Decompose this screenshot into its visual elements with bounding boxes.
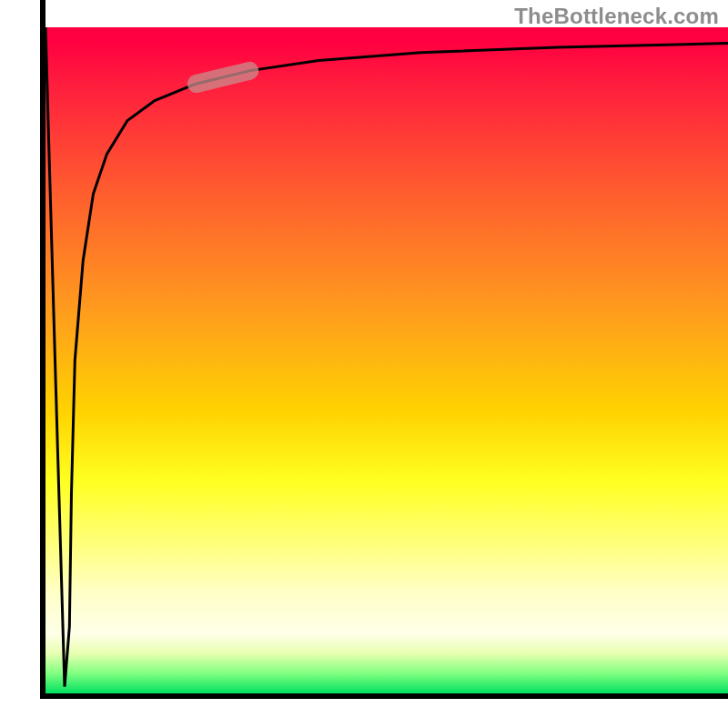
x-axis (40, 693, 728, 699)
watermark-text: TheBottleneck.com (514, 4, 719, 29)
y-axis (40, 0, 46, 699)
curve-path (46, 27, 728, 687)
plot-area (46, 27, 728, 693)
chart-stage: TheBottleneck.com (0, 0, 728, 728)
chart-svg (46, 27, 728, 693)
